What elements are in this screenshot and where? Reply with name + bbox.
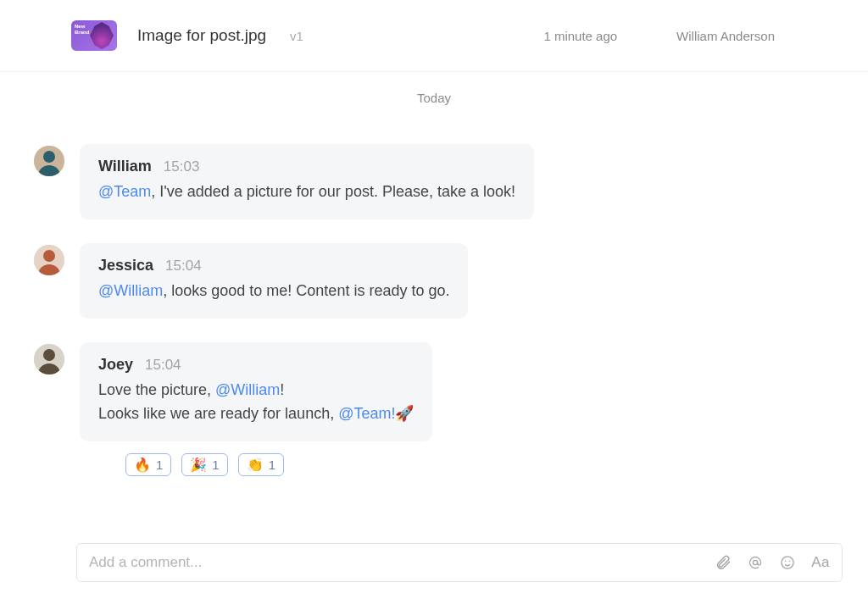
message-author[interactable]: Jessica	[98, 257, 153, 275]
messages-list: William15:03@Team, I've added a picture …	[0, 112, 868, 476]
svg-point-1	[43, 151, 55, 163]
message-body: @William, looks good to me! Content is r…	[98, 280, 449, 303]
svg-point-5	[43, 349, 55, 361]
message-time: 15:03	[164, 158, 200, 175]
message-body: @Team, I've added a picture for our post…	[98, 180, 515, 204]
reaction-chip[interactable]: 🎉1	[181, 453, 227, 476]
message-bubble: William15:03@Team, I've added a picture …	[80, 144, 534, 219]
reaction-chip[interactable]: 👏1	[238, 453, 284, 476]
avatar[interactable]	[34, 245, 64, 275]
paperclip-icon[interactable]	[715, 554, 732, 571]
day-divider: Today	[0, 72, 868, 112]
message-author[interactable]: Joey	[98, 356, 133, 374]
mention[interactable]: @William	[98, 282, 163, 299]
avatar[interactable]	[34, 344, 64, 374]
file-header: Image for post.jpg v1 1 minute ago Willi…	[0, 0, 868, 72]
message-text: 🚀	[395, 405, 414, 422]
message-text: , looks good to me! Content is ready to …	[163, 282, 449, 299]
reaction-chip[interactable]: 🔥1	[125, 453, 171, 476]
reactions-row: 🔥1🎉1👏1	[125, 453, 432, 476]
mention[interactable]: @Team!	[338, 405, 395, 422]
file-time: 1 minute ago	[543, 29, 617, 43]
file-owner[interactable]: William Anderson	[676, 29, 775, 43]
file-name[interactable]: Image for post.jpg	[137, 26, 266, 45]
svg-point-7	[782, 557, 793, 568]
comment-composer[interactable]: Aa	[76, 543, 843, 582]
reaction-emoji: 🔥	[134, 457, 151, 473]
message-row: William15:03@Team, I've added a picture …	[34, 144, 834, 219]
file-thumbnail[interactable]	[71, 20, 117, 51]
message-text: Looks like we are ready for launch,	[98, 405, 338, 422]
svg-point-8	[785, 561, 787, 563]
reaction-count: 1	[269, 458, 275, 472]
svg-point-6	[754, 560, 758, 564]
message-row: Jessica15:04@William, looks good to me! …	[34, 243, 834, 319]
message-time: 15:04	[165, 258, 202, 275]
smiley-icon[interactable]	[779, 554, 796, 571]
avatar[interactable]	[34, 146, 64, 176]
message-bubble: Joey15:04Love the picture, @William!Look…	[80, 342, 432, 441]
message-text: , I've added a picture for our post. Ple…	[151, 183, 515, 200]
reaction-count: 1	[212, 458, 219, 472]
comment-input[interactable]	[89, 554, 715, 571]
reaction-emoji: 👏	[247, 457, 264, 473]
at-icon[interactable]	[747, 554, 764, 571]
file-version: v1	[290, 29, 303, 43]
message-row: Joey15:04Love the picture, @William!Look…	[34, 342, 834, 476]
mention[interactable]: @Team	[98, 183, 151, 200]
reaction-count: 1	[156, 458, 163, 472]
message-text: Love the picture,	[98, 381, 215, 398]
format-icon[interactable]: Aa	[811, 554, 830, 571]
message-author[interactable]: William	[98, 158, 152, 175]
message-time: 15:04	[145, 357, 181, 374]
svg-point-9	[789, 561, 791, 563]
message-bubble: Jessica15:04@William, looks good to me! …	[80, 243, 468, 319]
mention[interactable]: @William	[215, 381, 280, 398]
message-body: Love the picture, @William!Looks like we…	[98, 379, 414, 426]
reaction-emoji: 🎉	[190, 457, 207, 473]
svg-point-3	[43, 250, 55, 262]
message-text: !	[280, 381, 284, 398]
